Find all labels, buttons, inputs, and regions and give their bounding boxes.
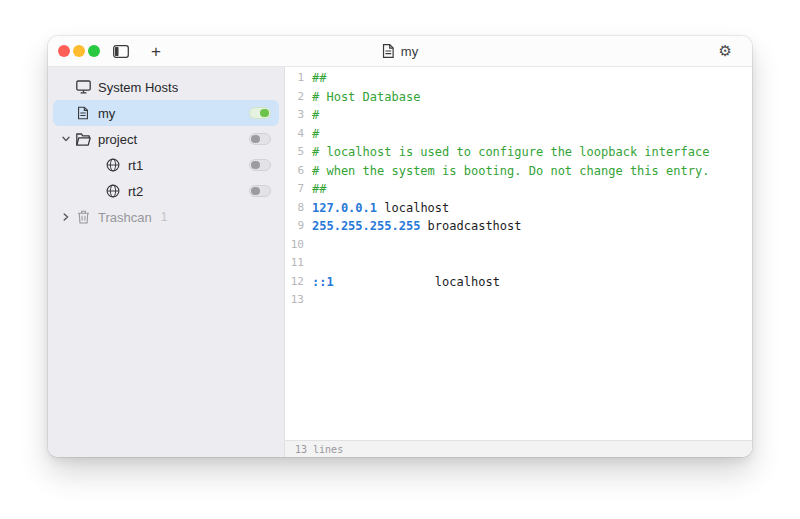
minimize-button[interactable] (73, 45, 85, 57)
line-content: # localhost is used to configure the loo… (312, 143, 709, 162)
hosts-enable-toggle[interactable] (249, 159, 271, 171)
gear-icon: ⚙ (719, 42, 732, 60)
hosts-enable-toggle[interactable] (249, 133, 271, 145)
line-number: 4 (285, 125, 304, 144)
window-title-text: my (401, 44, 418, 59)
sidebar-item-label: project (98, 132, 137, 147)
line-content: 255.255.255.255 broadcasthost (312, 217, 522, 236)
sidebar-toggle-icon (113, 45, 129, 58)
monitor-icon (75, 80, 91, 94)
editor-line: 9255.255.255.255 broadcasthost (285, 217, 752, 236)
zoom-button[interactable] (88, 45, 100, 57)
hosts-editor[interactable]: 1##2# Host Database3#4#5# localhost is u… (285, 67, 752, 440)
editor-line: 7## (285, 180, 752, 199)
line-content: # when the system is booting. Do not cha… (312, 162, 709, 181)
editor-line: 4# (285, 125, 752, 144)
traffic-lights (58, 45, 100, 57)
editor-panel: 1##2# Host Database3#4#5# localhost is u… (285, 67, 752, 457)
line-content: 127.0.0.1 localhost (312, 199, 449, 218)
sidebar-item-label: my (98, 106, 115, 121)
status-bar: 13 lines (285, 440, 752, 457)
editor-line: 12::1 localhost (285, 273, 752, 292)
sidebar-item-label: Trashcan (98, 210, 152, 225)
sidebar-item-label: System Hosts (98, 80, 178, 95)
line-content: # (312, 125, 319, 144)
document-icon (382, 44, 395, 58)
line-number: 7 (285, 180, 304, 199)
hosts-enable-toggle[interactable] (249, 107, 271, 119)
toggle-sidebar-button[interactable] (113, 45, 129, 58)
line-content: ::1 localhost (312, 273, 500, 292)
editor-line: 13 (285, 291, 752, 310)
folder-icon (75, 133, 91, 146)
settings-button[interactable]: ⚙ (719, 42, 732, 60)
hosts-enable-toggle[interactable] (249, 185, 271, 197)
line-number: 11 (285, 254, 304, 273)
sidebar-item-system-hosts[interactable]: System Hosts (53, 74, 279, 100)
line-number: 9 (285, 217, 304, 236)
line-number: 13 (285, 291, 304, 310)
title-bar: + my ⚙ (48, 36, 752, 67)
editor-line: 8127.0.0.1 localhost (285, 199, 752, 218)
line-content: # Host Database (312, 88, 420, 107)
line-content: # (312, 106, 319, 125)
globe-icon (105, 184, 121, 198)
editor-line: 1## (285, 69, 752, 88)
line-number: 2 (285, 88, 304, 107)
sidebar: System Hosts my (48, 67, 285, 457)
editor-line: 10 (285, 236, 752, 255)
sidebar-item-rt2[interactable]: rt2 (53, 178, 279, 204)
line-content: ## (312, 180, 326, 199)
trashcan-count-badge: 1 (161, 210, 168, 224)
line-number: 6 (285, 162, 304, 181)
sidebar-item-rt1[interactable]: rt1 (53, 152, 279, 178)
trash-icon (75, 210, 91, 224)
document-icon (75, 106, 91, 120)
chevron-down-icon[interactable] (61, 136, 71, 142)
line-number: 8 (285, 199, 304, 218)
line-number: 5 (285, 143, 304, 162)
globe-icon (105, 158, 121, 172)
sidebar-item-label: rt1 (128, 158, 143, 173)
line-content: ## (312, 69, 326, 88)
sidebar-item-label: rt2 (128, 184, 143, 199)
line-number: 10 (285, 236, 304, 255)
line-count-text: 13 lines (295, 444, 343, 455)
close-button[interactable] (58, 45, 70, 57)
sidebar-item-my[interactable]: my (53, 100, 279, 126)
window-title: my (382, 44, 418, 59)
add-hosts-button[interactable]: + (151, 43, 161, 60)
sidebar-item-trashcan[interactable]: Trashcan 1 (53, 204, 279, 230)
editor-line: 3# (285, 106, 752, 125)
editor-line: 2# Host Database (285, 88, 752, 107)
editor-line: 6# when the system is booting. Do not ch… (285, 162, 752, 181)
line-number: 12 (285, 273, 304, 292)
editor-line: 11 (285, 254, 752, 273)
line-number: 1 (285, 69, 304, 88)
editor-line: 5# localhost is used to configure the lo… (285, 143, 752, 162)
app-window: + my ⚙ (48, 36, 752, 457)
chevron-right-icon[interactable] (61, 213, 71, 221)
line-number: 3 (285, 106, 304, 125)
sidebar-item-project[interactable]: project (53, 126, 279, 152)
